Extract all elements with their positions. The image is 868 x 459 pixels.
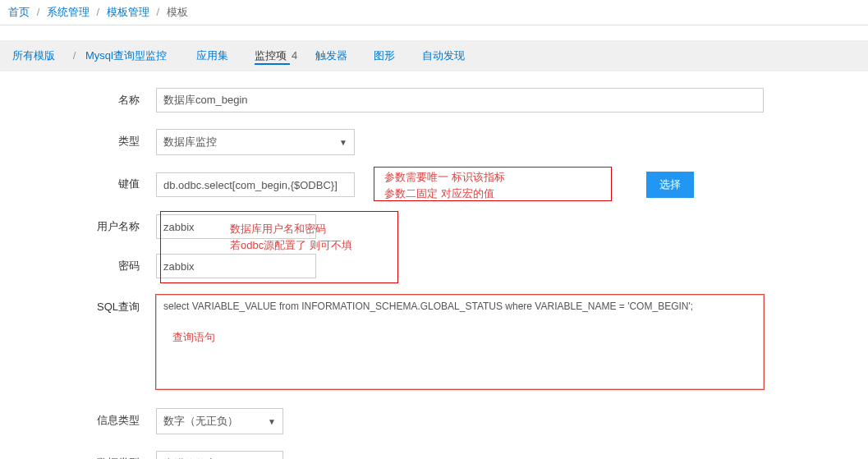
tab-mysql-monitor[interactable]: Mysql查询型监控 [85, 49, 167, 62]
breadcrumb-tpl-mgmt[interactable]: 模板管理 [107, 6, 149, 18]
type-label: 类型 [0, 129, 156, 149]
key-label: 键值 [0, 172, 156, 191]
key-input[interactable] [156, 172, 355, 197]
tab-trigger[interactable]: 触发器 [315, 49, 347, 62]
tab-all-templates[interactable]: 所有模版 [12, 49, 55, 62]
info-type-label: 信息类型 [0, 408, 156, 428]
breadcrumb-sep: / [97, 6, 100, 18]
tabs-bar: 所有模版 / Mysql查询型监控 应用集 监控项 4 触发器 图形 自动发现 [0, 40, 868, 71]
info-type-select[interactable]: 数字（无正负） ▼ [156, 408, 283, 434]
breadcrumb-sep: / [37, 6, 40, 18]
name-label: 名称 [0, 88, 156, 108]
chevron-down-icon: ▼ [268, 417, 276, 426]
breadcrumb-home[interactable]: 首页 [8, 6, 30, 18]
sql-label: SQL查询 [0, 295, 156, 314]
chevron-down-icon: ▼ [339, 138, 347, 147]
form-area: 名称 类型 数据库监控 ▼ 键值 选择 参数需要唯一 标识该指标 参数二固定 对… [0, 71, 868, 459]
breadcrumb: 首页 / 系统管理 / 模板管理 / 模板 [0, 0, 868, 25]
select-button[interactable]: 选择 [646, 172, 694, 198]
breadcrumb-sys-mgmt[interactable]: 系统管理 [47, 6, 90, 18]
type-select-value: 数据库监控 [163, 135, 217, 149]
username-label: 用户名称 [0, 214, 156, 234]
info-type-value: 数字（无正负） [163, 414, 238, 429]
password-label: 密码 [0, 254, 156, 273]
username-input[interactable] [156, 214, 316, 239]
tab-monitor-item[interactable]: 监控项 [255, 49, 290, 65]
data-type-label: 数据类型 [0, 451, 156, 459]
sql-textarea[interactable] [156, 295, 764, 389]
breadcrumb-sep: / [156, 6, 159, 18]
tab-monitor-count: 4 [292, 49, 297, 62]
tab-monitor-item-label: 监控项 [255, 49, 287, 62]
password-input[interactable] [156, 254, 316, 278]
tab-app-set[interactable]: 应用集 [196, 49, 228, 62]
annotation-user-line2: 若odbc源配置了 则可不填 [230, 237, 352, 254]
name-input[interactable] [156, 88, 764, 112]
data-type-select[interactable]: 十进位数字 ▼ [156, 451, 283, 459]
breadcrumb-current: 模板 [167, 6, 188, 18]
tab-auto-discover[interactable]: 自动发现 [422, 49, 465, 62]
type-select[interactable]: 数据库监控 ▼ [156, 129, 355, 155]
tab-sep: / [73, 49, 76, 62]
tab-graph[interactable]: 图形 [374, 49, 395, 62]
